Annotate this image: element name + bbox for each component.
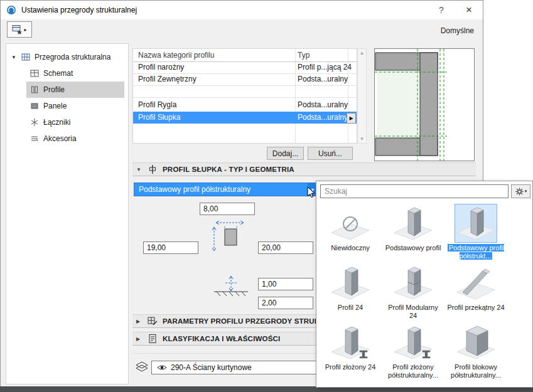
profile-option-podstawowy[interactable]: Podstawowy profil bbox=[382, 204, 444, 263]
cell-name: Profil narożny bbox=[138, 63, 184, 72]
inset1-field[interactable]: 1,00 bbox=[258, 278, 313, 290]
settings-gear-button[interactable]: ▾ bbox=[511, 184, 530, 198]
option-label: Podstawowy profil półstrukt... bbox=[446, 244, 505, 260]
col-header-name[interactable]: Nazwa kategorii profilu bbox=[138, 51, 214, 60]
sidebar-item-label: Przegroda strukturalna bbox=[35, 53, 110, 61]
profile-preview bbox=[374, 48, 475, 161]
profile-option-zlozony-polstrukturalny[interactable]: Profil złożony półstrukturalny... bbox=[382, 323, 444, 383]
layer-value: 290-A Ściany kurtynowe bbox=[171, 363, 252, 372]
sidebar-item-akcesoria[interactable]: Akcesoria bbox=[26, 130, 124, 147]
search-input[interactable] bbox=[320, 184, 509, 198]
gear-icon bbox=[515, 187, 524, 196]
eye-icon bbox=[157, 364, 167, 371]
basic-profile-icon bbox=[392, 204, 434, 243]
dropdown-value: Podstawowy profil półstrukturalny bbox=[139, 185, 308, 194]
profile-category-table: Nazwa kategorii profilu Typ Profil naroż… bbox=[132, 48, 357, 144]
scheme-icon bbox=[29, 69, 40, 78]
sidebar-tree: ▼ Przegroda strukturalna Schemat Profile bbox=[6, 43, 129, 384]
layer-icon bbox=[135, 361, 149, 376]
profile-option-modularny24[interactable]: Profil Modularny 24 bbox=[382, 263, 444, 323]
panels-icon bbox=[29, 102, 40, 110]
sidebar-item-schemat[interactable]: Schemat bbox=[26, 65, 124, 82]
remove-button[interactable]: Usuń... bbox=[308, 147, 353, 160]
app-icon bbox=[6, 5, 16, 15]
favorites-icon bbox=[12, 24, 23, 35]
scroll-down-icon[interactable]: ▼ bbox=[358, 136, 366, 142]
width-field[interactable]: 8,00 bbox=[200, 203, 255, 215]
sidebar-item-label: Łączniki bbox=[43, 118, 70, 127]
chevron-down-icon[interactable]: ▼ bbox=[11, 55, 20, 60]
sidebar-item-panele[interactable]: Panele bbox=[26, 98, 124, 114]
composite-semi-profile-icon bbox=[392, 323, 434, 362]
dialog-toolbar: ▸ Domyślne bbox=[1, 19, 483, 42]
screen: Ustawienia przegrody strukturalnej ? × ▸… bbox=[0, 0, 533, 392]
sidebar-item-label: Panele bbox=[43, 102, 67, 110]
profile-type-dropdown[interactable]: Podstawowy profil półstrukturalny ▼ bbox=[134, 183, 318, 196]
modular-profile-icon bbox=[392, 263, 434, 302]
scroll-up-icon[interactable]: ▲ bbox=[358, 50, 366, 56]
dropdown-arrow-icon: ▸ bbox=[24, 27, 26, 33]
cell-type: Profil p...jącą 24 bbox=[298, 63, 352, 72]
profile-option-niewidoczny[interactable]: Niewidoczny bbox=[319, 204, 382, 263]
close-button[interactable]: × bbox=[455, 1, 483, 19]
cell-name: Profil Zewnętrzny bbox=[138, 75, 197, 83]
inset2-field[interactable]: 2,00 bbox=[258, 297, 313, 309]
semi-structural-profile-icon bbox=[455, 204, 497, 243]
profiles-icon bbox=[29, 85, 40, 94]
defaults-label: Domyślne bbox=[441, 26, 474, 35]
row-divider bbox=[133, 97, 357, 98]
sidebar-item-label: Schemat bbox=[43, 69, 73, 78]
sidebar-item-profile[interactable]: Profile bbox=[26, 82, 124, 98]
option-label: Profil 24 bbox=[338, 304, 363, 312]
title-bar: Ustawienia przegrody strukturalnej ? × bbox=[1, 1, 483, 19]
sidebar-item-label: Profile bbox=[43, 85, 65, 94]
left-depth-field[interactable]: 19,00 bbox=[143, 241, 198, 254]
table-row[interactable]: Profil Rygla Podsta...uralny bbox=[133, 99, 357, 111]
option-label: Profil blokowy półstrukturalny... bbox=[446, 363, 505, 379]
sidebar-item-laczniki[interactable]: Łączniki bbox=[26, 114, 124, 130]
option-label: Niewidoczny bbox=[331, 244, 370, 252]
col-header-type[interactable]: Typ bbox=[298, 51, 310, 60]
dropdown-arrow-icon: ▾ bbox=[525, 189, 527, 194]
table-header: Nazwa kategorii profilu Typ bbox=[133, 49, 357, 61]
profile-option-podstawowy-polstrukturalny[interactable]: Podstawowy profil półstrukt... bbox=[444, 204, 507, 263]
section-profil-slupka[interactable]: ▼ PROFIL SŁUPKA - TYP I GEOMETRIA bbox=[132, 162, 476, 176]
profile-dimension-diagram bbox=[208, 218, 252, 255]
sidebar-item-label: Akcesoria bbox=[43, 134, 77, 143]
table-row[interactable]: Profil narożny Profil p...jącą 24 bbox=[133, 61, 357, 73]
table-row-selected[interactable]: Profil Słupka Podsta...uralny ▶ bbox=[133, 112, 357, 124]
profile-option-blokowy-polstrukturalny[interactable]: Profil blokowy półstrukturalny... bbox=[444, 323, 507, 383]
profile-option-profil24[interactable]: Profil 24 bbox=[319, 263, 382, 323]
help-button[interactable]: ? bbox=[428, 1, 455, 19]
cell-type: Podsta...uralny bbox=[298, 100, 348, 109]
section-expanded-icon[interactable]: ▼ bbox=[136, 167, 146, 172]
right-depth-field[interactable]: 20,00 bbox=[258, 241, 313, 254]
profile-option-przekatny24[interactable]: Profil przekątny 24 bbox=[444, 263, 507, 323]
cell-name: Profil Słupka bbox=[138, 113, 180, 122]
profile24-icon bbox=[330, 263, 371, 302]
accessories-icon bbox=[29, 134, 40, 143]
row-detail-button[interactable]: ▶ bbox=[347, 113, 356, 124]
parameters-icon bbox=[146, 316, 159, 326]
section-title: PROFIL SŁUPKA - TYP I GEOMETRIA bbox=[163, 166, 294, 173]
offset-dimension-diagram bbox=[212, 273, 250, 305]
cell-name: Profil Rygla bbox=[138, 100, 176, 109]
table-row[interactable]: Profil Zewnętrzny Podsta...uralny bbox=[133, 73, 357, 85]
window-title: Ustawienia przegrody strukturalnej bbox=[21, 6, 137, 14]
option-label: Profil przekątny 24 bbox=[447, 304, 504, 312]
row-divider bbox=[133, 85, 357, 86]
option-label: Profil Modularny 24 bbox=[384, 304, 443, 320]
section-collapsed-icon[interactable]: ▶ bbox=[136, 319, 146, 324]
section-collapsed-icon[interactable]: ▶ bbox=[136, 336, 146, 342]
add-button[interactable]: Dodaj... bbox=[267, 147, 304, 160]
profile-option-zlozony24[interactable]: Profil złożony 24 bbox=[319, 323, 382, 383]
cell-type: Podsta...uralny bbox=[298, 75, 348, 83]
favorites-button[interactable]: ▸ bbox=[7, 21, 32, 38]
mullion-profile-icon bbox=[146, 164, 159, 174]
joints-icon bbox=[29, 118, 40, 127]
section-title: PARAMETRY PROFILU PRZEGRODY STRUKTU bbox=[163, 317, 330, 325]
table-scrollbar[interactable]: ▲ ▼ bbox=[357, 48, 367, 144]
layer-selector[interactable]: 290-A Ściany kurtynowe bbox=[151, 361, 328, 374]
profile-chooser-popup: ▾ Niewidoczny Podstawowy profil Podstawo… bbox=[316, 181, 533, 388]
sidebar-item-przegroda[interactable]: ▼ Przegroda strukturalna bbox=[6, 49, 128, 65]
